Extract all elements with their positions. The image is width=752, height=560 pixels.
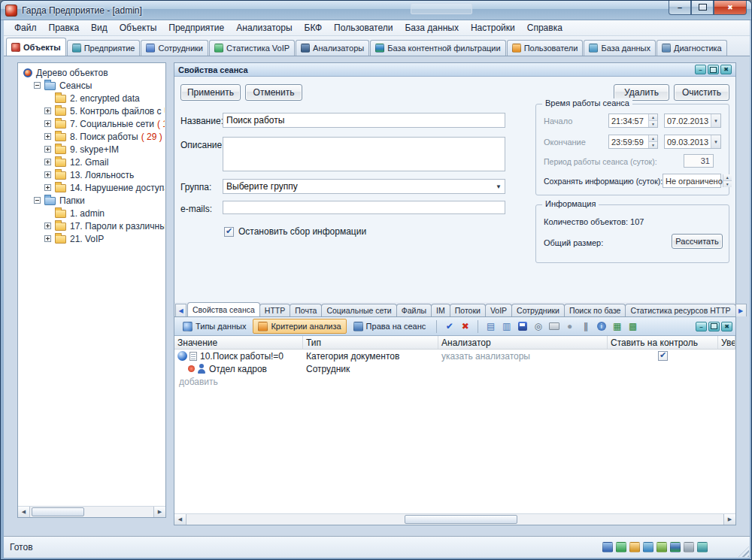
analysis-criteria-button[interactable]: Критерии анализа [253,319,346,334]
tab-diagnostics[interactable]: Диагностика [656,40,727,56]
tab-content-filter[interactable]: База контентной фильтрации [370,40,505,56]
table-row[interactable]: Отдел кадров Сотрудник [174,362,735,375]
menu-database[interactable]: База данных [399,21,464,35]
tab-users[interactable]: Пользователи [507,40,584,56]
criteria-minimize-button[interactable] [696,322,707,331]
expand-icon[interactable] [44,235,51,242]
disk-status-icon[interactable] [629,542,640,552]
menu-view[interactable]: Вид [85,21,114,35]
table-row[interactable]: 10.Поиск работы!=0 Категория документов … [174,350,735,362]
copy-icon[interactable] [499,319,514,333]
expand-icon[interactable] [44,120,51,127]
update-status-icon[interactable] [697,542,708,552]
props-minimize-button[interactable] [695,65,706,74]
tree-horizontal-scrollbar[interactable] [18,506,165,517]
subtab-im[interactable]: IM [431,304,450,316]
connection-status-icon[interactable] [602,542,613,552]
maximize-button[interactable] [691,1,714,15]
spin-down-icon[interactable] [723,180,732,187]
subtabs-scroll-left-icon[interactable] [175,304,186,316]
scroll-right-icon[interactable] [153,507,165,517]
subtab-mail[interactable]: Почта [290,304,322,316]
criteria-close-button[interactable] [721,322,732,331]
titlebar[interactable]: Гарда Предприятие - [admin] [1,1,751,20]
start-time-spinner[interactable]: 21:34:57 [608,114,658,128]
scrollbar-thumb[interactable] [32,507,84,516]
export-icon[interactable] [484,319,498,333]
subtab-db-search[interactable]: Поиск по базе [564,304,626,316]
tree-item-encrypted-data[interactable]: 2. encrypted data [19,92,165,104]
sync-status-icon[interactable] [616,542,626,552]
props-restore-button[interactable] [708,65,719,74]
mail-status-icon[interactable] [670,542,681,552]
tree-item-gmail[interactable]: 12. Gmail [19,156,165,168]
menu-analyzers[interactable]: Анализаторы [230,21,298,35]
props-close-button[interactable] [720,65,732,74]
accept-icon[interactable] [442,319,456,333]
spinner-arrows[interactable] [648,135,657,148]
preview-icon[interactable] [531,319,545,333]
emails-input[interactable] [223,201,505,214]
spinner-arrows[interactable] [723,174,732,187]
column-monitor[interactable]: Ставить на контроль [608,336,718,349]
group-select[interactable]: Выберите группу [223,179,505,194]
print-icon[interactable] [547,319,561,333]
chart-grid-icon[interactable] [626,319,640,333]
database-status-icon[interactable] [643,542,653,552]
menu-file[interactable]: Файл [8,21,43,35]
end-date-picker[interactable]: 09.03.2013 [664,135,721,149]
tree-item-admin[interactable]: 1. admin [19,207,165,219]
spin-down-icon[interactable] [649,120,657,127]
spinner-arrows[interactable] [648,114,657,127]
expand-icon[interactable] [44,146,51,153]
subtab-streams[interactable]: Потоки [450,304,486,316]
scroll-right-icon[interactable] [723,514,735,525]
tree-item-passwords[interactable]: 17. Пароли к различным сер [19,219,165,232]
spin-up-icon[interactable] [649,135,657,141]
analyzer-cell[interactable]: указать анализаторы [438,350,608,362]
subtab-http[interactable]: HTTP [259,304,290,316]
menu-users[interactable]: Пользователи [328,21,399,35]
collapse-icon[interactable] [34,197,41,204]
scroll-left-icon[interactable] [18,507,30,517]
tab-enterprise[interactable]: Предприятие [67,40,141,56]
tree-item-access-violation[interactable]: 14. Нарушение доступа к ин [19,181,165,194]
criteria-horizontal-scrollbar[interactable] [174,513,735,525]
spin-down-icon[interactable] [649,141,657,148]
clear-button[interactable]: Очистить [674,84,729,101]
expand-icon[interactable] [44,222,51,229]
tree-item-skype-im[interactable]: 9. skype+IM [19,143,165,156]
cancel-button[interactable]: Отменить [245,84,302,101]
minimize-button[interactable] [669,1,691,15]
cancel-icon[interactable] [458,319,472,333]
tree-item-loyalty[interactable]: 13. Лояльность [19,168,165,181]
menu-enterprise[interactable]: Предприятие [162,21,230,35]
column-value[interactable]: Значение [174,336,303,349]
info-icon[interactable] [594,319,608,333]
column-notifications[interactable]: Увед [718,336,735,349]
expand-icon[interactable] [44,159,51,165]
tab-objects[interactable]: Объекты [6,38,66,56]
close-button[interactable] [714,1,747,15]
apply-button[interactable]: Применить [180,84,241,101]
scrollbar-thumb[interactable] [405,515,517,524]
tab-database[interactable]: База данных [584,40,656,56]
chevron-down-icon[interactable] [711,114,720,127]
subtab-files[interactable]: Файлы [396,304,432,316]
subtab-session-properties[interactable]: Свойства сеанса [187,302,260,316]
expand-icon[interactable] [44,184,51,191]
chevron-down-icon[interactable] [711,135,720,148]
menu-help[interactable]: Справка [521,21,569,35]
description-textarea[interactable] [223,137,505,171]
column-analyzer[interactable]: Анализатор [438,336,608,349]
tree-item-job-search[interactable]: 8. Поиск работы ( 29 ) [19,130,165,143]
service-status-icon[interactable] [684,542,694,552]
spin-up-icon[interactable] [649,114,657,120]
subtab-employees[interactable]: Сотрудники [511,304,565,316]
criteria-restore-button[interactable] [708,322,720,331]
tree-item-social-networks[interactable]: 7. Социальные сети ( 162 ) [19,117,165,130]
subtab-voip[interactable]: VoIP [485,304,512,316]
period-input[interactable] [684,154,714,168]
expand-icon[interactable] [44,133,51,140]
monitor-checkbox[interactable] [658,351,668,361]
